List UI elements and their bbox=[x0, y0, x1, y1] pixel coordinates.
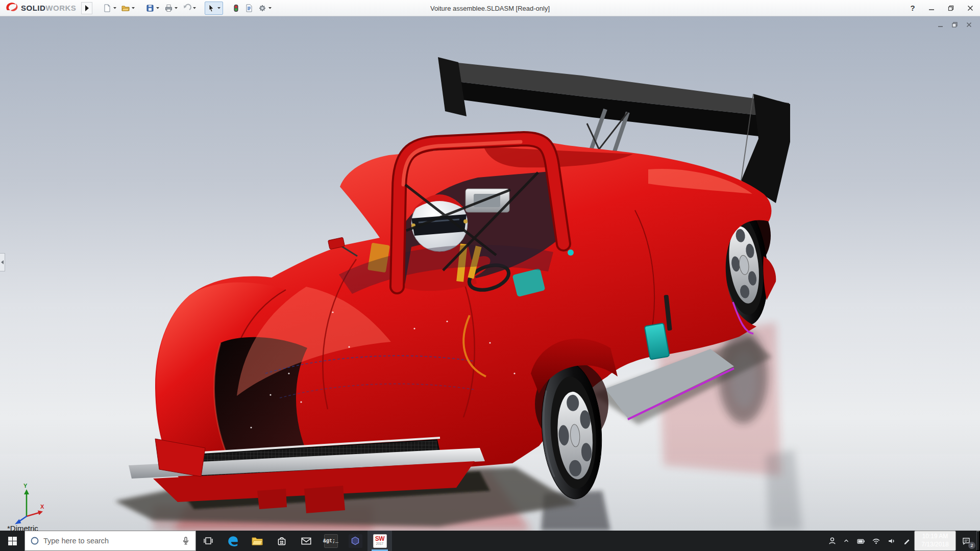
restore-icon bbox=[948, 5, 954, 11]
document-window-controls bbox=[935, 20, 974, 29]
open-button[interactable] bbox=[119, 2, 137, 15]
microphone-icon[interactable] bbox=[181, 536, 190, 545]
people-icon bbox=[828, 537, 837, 545]
dropdown-caret-icon bbox=[156, 7, 160, 9]
view-orientation-label: *Dimetric bbox=[7, 524, 38, 531]
print-icon bbox=[164, 4, 173, 13]
new-document-button[interactable] bbox=[101, 2, 119, 15]
minimize-button[interactable] bbox=[922, 1, 941, 16]
mail-button[interactable] bbox=[294, 531, 318, 551]
dropdown-caret-icon bbox=[113, 7, 117, 9]
store-bag-icon bbox=[276, 535, 288, 547]
dropdown-caret-icon bbox=[174, 7, 178, 9]
system-tray: 10:19 AM 7/13/2018 2 bbox=[824, 531, 980, 551]
show-desktop-button[interactable] bbox=[976, 531, 980, 551]
window-controls: ? bbox=[903, 0, 980, 16]
minimize-icon bbox=[928, 5, 935, 11]
options-button[interactable] bbox=[256, 2, 274, 15]
doc-minimize-icon bbox=[937, 21, 944, 28]
titlebar: SOLIDWORKS bbox=[0, 0, 980, 16]
model-scene[interactable] bbox=[0, 16, 980, 531]
people-button[interactable] bbox=[824, 531, 840, 551]
save-button[interactable] bbox=[143, 2, 162, 15]
doc-restore-button[interactable] bbox=[949, 20, 960, 29]
file-properties-icon bbox=[244, 4, 254, 13]
rebuild-button[interactable] bbox=[229, 2, 242, 15]
pen-icon bbox=[902, 537, 911, 545]
start-button[interactable] bbox=[0, 531, 24, 551]
solidworks-app-icon: SW 2017 bbox=[373, 534, 387, 548]
file-explorer-button[interactable] bbox=[245, 531, 270, 551]
close-button[interactable] bbox=[961, 1, 980, 16]
wifi-icon bbox=[872, 537, 880, 545]
task-view-icon bbox=[203, 536, 213, 546]
clock-time: 10:19 AM bbox=[922, 533, 948, 541]
command-prompt-button[interactable]: &gt;_ bbox=[318, 531, 343, 551]
orientation-triad: Y X bbox=[9, 483, 46, 527]
search-input[interactable] bbox=[43, 537, 177, 545]
x-axis-arrow bbox=[38, 511, 43, 515]
chevron-up-icon bbox=[843, 537, 850, 544]
y-axis-arrow bbox=[24, 489, 29, 494]
taskbar-clock[interactable]: 10:19 AM 7/13/2018 bbox=[914, 531, 956, 551]
task-view-button[interactable] bbox=[196, 531, 220, 551]
window-title: Voiture assemblee.SLDASM [Read-only] bbox=[430, 0, 550, 16]
brand-solid: SOLID bbox=[21, 4, 45, 12]
network-button[interactable] bbox=[868, 531, 884, 551]
notification-badge: 2 bbox=[968, 542, 975, 549]
file-properties-button[interactable] bbox=[242, 2, 256, 15]
hexagon-app-button[interactable] bbox=[343, 531, 368, 551]
windows-taskbar: &gt;_ SW 2017 bbox=[0, 531, 980, 551]
volume-button[interactable] bbox=[884, 531, 899, 551]
splitter-support bbox=[304, 486, 345, 513]
doc-restore-icon bbox=[951, 21, 958, 28]
new-document-icon bbox=[103, 4, 112, 13]
restore-button[interactable] bbox=[941, 1, 961, 16]
speaker-icon bbox=[887, 537, 896, 545]
graphics-area[interactable]: Y X *Dimetric bbox=[0, 16, 980, 531]
close-icon bbox=[967, 5, 973, 11]
rebuild-stoplight-icon bbox=[231, 4, 240, 13]
edge-icon bbox=[226, 534, 240, 548]
brand-text: SOLIDWORKS bbox=[21, 4, 76, 13]
store-button[interactable] bbox=[270, 531, 294, 551]
action-center-button[interactable]: 2 bbox=[956, 531, 976, 551]
mail-icon bbox=[300, 535, 312, 547]
hidden-icons-button[interactable] bbox=[840, 531, 853, 551]
help-button[interactable]: ? bbox=[903, 1, 922, 16]
command-prompt-icon: &gt;_ bbox=[324, 534, 338, 548]
doc-minimize-button[interactable] bbox=[935, 20, 945, 29]
file-explorer-icon bbox=[251, 534, 264, 547]
ds-logo-icon bbox=[5, 2, 18, 14]
dropdown-caret-icon bbox=[268, 7, 272, 9]
dropdown-caret-icon bbox=[192, 7, 197, 9]
flyout-arrow-icon bbox=[85, 5, 89, 11]
undo-icon bbox=[182, 4, 191, 13]
dropdown-caret-icon bbox=[131, 7, 135, 9]
cyan-fitting bbox=[568, 249, 574, 256]
doc-close-icon bbox=[966, 21, 972, 28]
pen-button[interactable] bbox=[899, 531, 914, 551]
x-axis-label: X bbox=[40, 504, 44, 510]
select-cursor-icon bbox=[207, 4, 216, 13]
collapse-arrow-icon bbox=[1, 260, 4, 264]
select-tool-button[interactable] bbox=[205, 2, 223, 15]
undo-button[interactable] bbox=[180, 2, 199, 15]
open-folder-icon bbox=[121, 4, 130, 13]
doc-close-button[interactable] bbox=[964, 20, 974, 29]
feature-panel-collapse-tab[interactable] bbox=[0, 253, 5, 271]
quick-toolbar bbox=[101, 2, 274, 15]
y-axis-label: Y bbox=[23, 483, 28, 489]
menu-flyout-arrow[interactable] bbox=[81, 2, 92, 14]
print-button[interactable] bbox=[162, 2, 180, 15]
solidworks-taskbar-button[interactable]: SW 2017 bbox=[368, 531, 392, 551]
taskbar-search[interactable] bbox=[24, 531, 196, 551]
brand-works: WORKS bbox=[45, 4, 76, 12]
solidworks-logo: SOLIDWORKS bbox=[0, 2, 79, 14]
cortana-circle-icon bbox=[30, 536, 39, 545]
clock-date: 7/13/2018 bbox=[921, 541, 948, 549]
edge-browser-button[interactable] bbox=[220, 531, 245, 551]
hexagon-app-icon bbox=[349, 534, 362, 548]
windows-logo-icon bbox=[8, 537, 17, 545]
battery-button[interactable] bbox=[853, 531, 868, 551]
